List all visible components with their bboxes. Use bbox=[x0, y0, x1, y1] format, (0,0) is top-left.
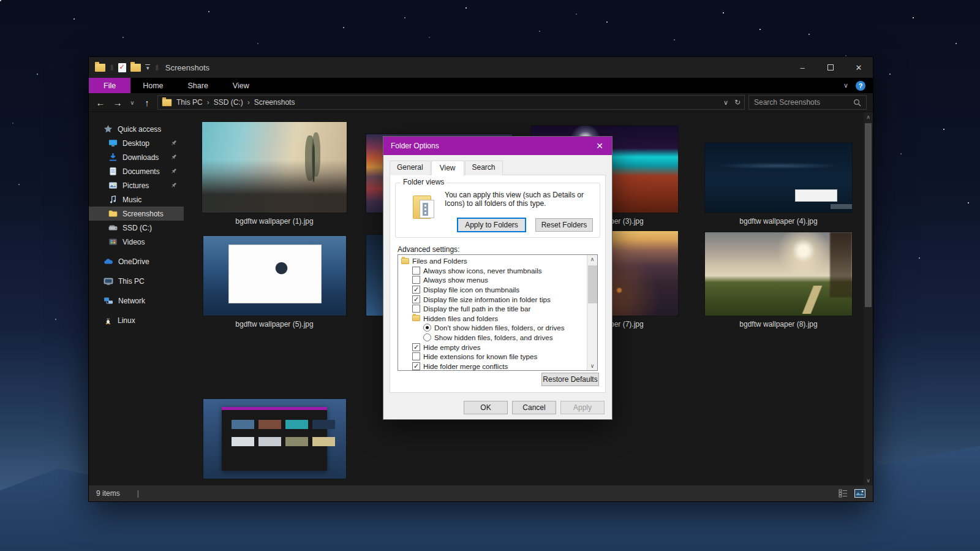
sidebar-item-documents[interactable]: Documents bbox=[89, 164, 184, 178]
checkbox-unchecked[interactable] bbox=[412, 352, 420, 360]
sidebar-item-screenshots[interactable]: Screenshots bbox=[89, 207, 184, 221]
tab-share[interactable]: Share bbox=[176, 78, 221, 93]
radio-unselected[interactable] bbox=[423, 333, 431, 341]
content-scrollbar[interactable]: ∧ ∨ bbox=[864, 112, 873, 485]
help-icon[interactable]: ? bbox=[856, 81, 865, 91]
sidebar-item-label: Desktop bbox=[123, 139, 149, 148]
details-view-icon[interactable] bbox=[839, 489, 848, 498]
checkbox-unchecked[interactable] bbox=[412, 305, 420, 313]
checkbox-checked[interactable]: ✓ bbox=[412, 343, 420, 351]
advanced-setting-row[interactable]: Hidden files and folders bbox=[398, 314, 587, 324]
sidebar-item-desktop[interactable]: Desktop bbox=[89, 136, 184, 150]
file-name: bgdftw wallpaper (1).jpg bbox=[235, 216, 313, 226]
advanced-setting-row[interactable]: ✓Hide folder merge conflicts bbox=[398, 362, 587, 371]
sidebar-item-music[interactable]: Music bbox=[89, 192, 184, 207]
forward-button[interactable]: → bbox=[111, 97, 124, 108]
scrollbar-thumb[interactable] bbox=[865, 123, 872, 307]
back-button[interactable]: ← bbox=[94, 97, 107, 108]
tab-home[interactable]: Home bbox=[130, 78, 175, 93]
list-scrollbar[interactable]: ∧ ∨ bbox=[587, 255, 597, 370]
file-thumbnail[interactable] bbox=[202, 122, 347, 213]
ok-button[interactable]: OK bbox=[464, 401, 508, 414]
scrollbar-thumb[interactable] bbox=[588, 265, 597, 303]
tab-general[interactable]: General bbox=[390, 161, 431, 175]
breadcrumb-ssd-c[interactable]: SSD (C:) bbox=[214, 98, 243, 107]
large-icons-view-icon[interactable] bbox=[854, 489, 865, 498]
checkbox-checked[interactable]: ✓ bbox=[412, 362, 420, 370]
close-button[interactable]: ✕ bbox=[845, 57, 873, 78]
sidebar-item-downloads[interactable]: Downloads bbox=[89, 150, 184, 164]
address-bar[interactable]: This PC › SSD (C:) › Screenshots ∨ ↻ bbox=[157, 95, 745, 110]
checkbox-checked[interactable]: ✓ bbox=[412, 295, 420, 303]
file-item[interactable]: bgdftw wallpaper (8).jpg bbox=[703, 230, 854, 329]
advanced-setting-row[interactable]: Always show icons, never thumbnails bbox=[398, 266, 587, 276]
sidebar-item-this-pc[interactable]: This PC bbox=[89, 274, 184, 288]
advanced-setting-row[interactable]: ✓Display file size information in folder… bbox=[398, 294, 587, 304]
file-thumbnail[interactable] bbox=[203, 399, 346, 479]
refresh-icon[interactable]: ↻ bbox=[734, 98, 741, 107]
file-item[interactable] bbox=[200, 399, 349, 485]
file-name: bgdftw wallpaper (5).jpg bbox=[235, 319, 313, 329]
scroll-down-icon[interactable]: ∨ bbox=[587, 363, 597, 369]
breadcrumb-this-pc[interactable]: This PC bbox=[176, 98, 203, 107]
advanced-setting-row[interactable]: ✓Display file icon on thumbnails bbox=[398, 285, 587, 295]
file-item[interactable]: bgdftw wallpaper (1).jpg bbox=[200, 118, 349, 226]
scroll-down-icon[interactable]: ∨ bbox=[864, 477, 873, 484]
breadcrumb-screenshots[interactable]: Screenshots bbox=[254, 98, 295, 107]
advanced-setting-row[interactable]: Show hidden files, folders, and drives bbox=[398, 333, 587, 343]
search-box[interactable] bbox=[748, 95, 867, 110]
tab-view[interactable]: View bbox=[221, 78, 262, 93]
file-thumbnail[interactable] bbox=[705, 143, 852, 213]
new-folder-icon[interactable] bbox=[130, 64, 141, 72]
sidebar-item-label: Downloads bbox=[123, 153, 159, 162]
sidebar-item-label: Quick access bbox=[118, 125, 161, 134]
properties-icon[interactable] bbox=[118, 63, 126, 72]
file-item[interactable]: bgdftw wallpaper (5).jpg bbox=[200, 230, 349, 329]
tab-file[interactable]: File bbox=[89, 78, 130, 93]
minimize-button[interactable]: – bbox=[788, 57, 816, 78]
checkbox-unchecked[interactable] bbox=[412, 267, 420, 275]
advanced-settings-list[interactable]: Files and FoldersAlways show icons, neve… bbox=[398, 254, 598, 371]
scroll-up-icon[interactable]: ∧ bbox=[587, 256, 597, 262]
cancel-button[interactable]: Cancel bbox=[512, 401, 556, 414]
file-thumbnail[interactable] bbox=[705, 232, 852, 316]
radio-selected[interactable] bbox=[423, 324, 431, 332]
sidebar-item-pictures[interactable]: Pictures bbox=[89, 178, 184, 192]
reset-folders-button[interactable]: Reset Folders bbox=[535, 218, 593, 232]
advanced-setting-row[interactable]: ✓Hide empty drives bbox=[398, 342, 587, 352]
recent-locations-icon[interactable]: ∨ bbox=[128, 99, 137, 106]
advanced-setting-label: Hidden files and folders bbox=[423, 314, 498, 322]
advanced-setting-row[interactable]: Don't show hidden files, folders, or dri… bbox=[398, 323, 587, 333]
expand-ribbon-icon[interactable]: ∨ bbox=[843, 82, 848, 89]
search-input[interactable] bbox=[754, 98, 853, 107]
advanced-setting-label: Show hidden files, folders, and drives bbox=[434, 333, 553, 341]
apply-button[interactable]: Apply bbox=[560, 401, 605, 414]
checkbox-checked[interactable]: ✓ bbox=[412, 286, 420, 294]
customize-toolbar-icon[interactable]: ▾ bbox=[145, 64, 150, 71]
file-thumbnail[interactable] bbox=[203, 236, 346, 316]
address-dropdown-icon[interactable]: ∨ bbox=[723, 99, 728, 107]
maximize-button[interactable] bbox=[816, 57, 845, 78]
advanced-setting-row[interactable]: Always show menus bbox=[398, 275, 587, 285]
checkbox-unchecked[interactable] bbox=[412, 276, 420, 284]
sidebar-item-onedrive[interactable]: OneDrive bbox=[89, 254, 184, 268]
sidebar-item-linux[interactable]: Linux bbox=[89, 313, 184, 327]
advanced-setting-row[interactable]: Files and Folders bbox=[398, 256, 587, 266]
up-button[interactable]: ↑ bbox=[140, 97, 154, 108]
apply-to-folders-button[interactable]: Apply to Folders bbox=[457, 218, 526, 232]
ribbon-tab-bar: File Home Share View ∨ ? bbox=[89, 78, 873, 93]
sidebar-item-videos[interactable]: Videos bbox=[89, 235, 184, 249]
pin-icon bbox=[170, 181, 178, 189]
dialog-close-icon[interactable]: ✕ bbox=[587, 137, 612, 155]
restore-defaults-button[interactable]: Restore Defaults bbox=[541, 373, 599, 386]
advanced-setting-row[interactable]: Display the full path in the title bar bbox=[398, 304, 587, 314]
search-icon bbox=[853, 99, 861, 107]
tab-search[interactable]: Search bbox=[465, 161, 503, 175]
sidebar-item-quick-access[interactable]: Quick access bbox=[89, 122, 184, 136]
tab-view[interactable]: View bbox=[431, 161, 464, 175]
advanced-setting-row[interactable]: Hide extensions for known file types bbox=[398, 352, 587, 362]
scroll-up-icon[interactable]: ∧ bbox=[864, 114, 873, 120]
sidebar-item-ssd-c[interactable]: SSD (C:) bbox=[89, 221, 184, 235]
sidebar-item-network[interactable]: Network bbox=[89, 294, 184, 308]
file-item[interactable]: bgdftw wallpaper (4).jpg bbox=[703, 118, 854, 226]
